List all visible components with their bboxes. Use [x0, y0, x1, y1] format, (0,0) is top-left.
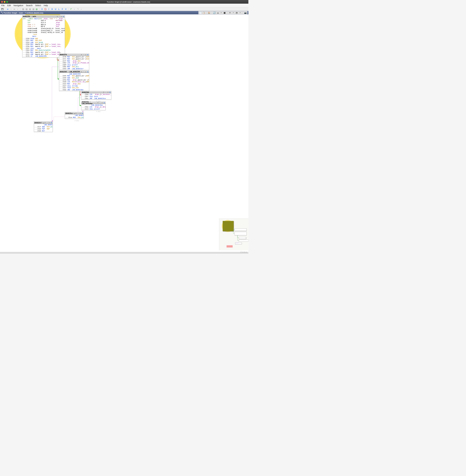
- full-icon[interactable]: ▣: [87, 54, 89, 55]
- graph-block-b1[interactable]: 00401550 - main ✎ ▾ ▭ ▣ int __cdecl main…: [23, 15, 65, 58]
- close-button[interactable]: [1, 1, 3, 3]
- win-icon[interactable]: ▭: [48, 122, 50, 123]
- dd-icon[interactable]: ▾: [99, 102, 101, 104]
- edge-label: If / Else: [75, 120, 79, 121]
- save-icon[interactable]: 💾: [1, 8, 4, 11]
- down-arrow-icon[interactable]: ⬇: [40, 8, 43, 11]
- doc2-icon[interactable]: ▤: [25, 8, 28, 11]
- svg-rect-1: [2, 13, 3, 13]
- edit-icon[interactable]: ✎: [75, 113, 77, 114]
- menu-edit[interactable]: Edit: [7, 4, 11, 7]
- graph-block-b2[interactable]: 00401578 ✎ ▾ ▭ ▣ ...1578 MOV RAX,qword p…: [59, 54, 89, 70]
- menu-select[interactable]: Select: [35, 4, 41, 7]
- redo-dropdown-icon[interactable]: ▾: [80, 8, 83, 11]
- block-body: ...15b0 LEA _Argc,[s_Success!_0040404b].…: [82, 93, 111, 99]
- graph-block-b6[interactable]: 004015ca -… ✎ ▾ ▭ ▣ LAB_004015ca...15ca …: [65, 112, 84, 119]
- titlebar: Function Graph [CodeBrowser: crackmes:/b…: [0, 0, 248, 4]
- menu-search[interactable]: Search: [26, 4, 33, 7]
- full-icon[interactable]: ▣: [103, 102, 105, 104]
- win-icon[interactable]: ▭: [85, 71, 86, 72]
- nested-icon[interactable]: ▦: [223, 12, 226, 14]
- layout-dd-icon[interactable]: ▾: [220, 12, 223, 14]
- edit-icon[interactable]: ✎: [103, 91, 105, 93]
- refresh-icon[interactable]: 🔄: [213, 12, 216, 14]
- doc3-icon[interactable]: ▤: [29, 8, 31, 11]
- full-icon[interactable]: ▣: [50, 122, 52, 123]
- back-dropdown-icon[interactable]: ▾: [10, 8, 12, 11]
- dd-icon[interactable]: ▾: [83, 71, 84, 72]
- block-header[interactable]: 004015cf -… ✎ ▾ ▭ ▣: [34, 122, 53, 124]
- full-icon[interactable]: ▣: [87, 71, 89, 72]
- full-icon[interactable]: ▣: [63, 16, 64, 17]
- graph-block-b7[interactable]: 004015cf -… ✎ ▾ ▭ ▣ LAB_004015cf...15cf …: [34, 121, 53, 132]
- undo-icon[interactable]: ↶: [70, 8, 72, 11]
- full-icon[interactable]: ▣: [109, 91, 111, 93]
- win-icon[interactable]: ▭: [79, 113, 81, 114]
- panel-header: Function Graph - main - 7 vertices (basi…: [0, 11, 248, 14]
- graph-block-b4[interactable]: 004015b0 ✎ ▾ ▭ ▣ ...15b0 LEA _Argc,[s_Su…: [82, 91, 112, 100]
- copy-icon[interactable]: 📄: [199, 12, 202, 14]
- tool1-icon[interactable]: ✧: [228, 12, 231, 14]
- win-icon[interactable]: ▭: [61, 16, 62, 17]
- doc4-icon[interactable]: ▤: [32, 8, 35, 11]
- doc5-icon[interactable]: ▤: [35, 8, 38, 11]
- doc1-icon[interactable]: ▤: [22, 8, 24, 11]
- block-body: LAB_00401595...1595 MOV RAX,qword ptr [R…: [59, 73, 89, 91]
- block-body: LAB_004015be...15be LEA _Argc,[s_Wrong_p…: [82, 104, 106, 110]
- letter-f-icon[interactable]: F: [61, 8, 64, 11]
- win-icon[interactable]: ▭: [107, 91, 109, 93]
- minimize-button[interactable]: [4, 1, 5, 3]
- win-icon[interactable]: ▭: [85, 54, 86, 55]
- graph-block-b3[interactable]: 00401595 - LAB_00401595 ✎ ▾ ▭ ▣ LAB_0040…: [59, 71, 89, 91]
- letter-d-icon[interactable]: D: [51, 8, 54, 11]
- undo-dropdown-icon[interactable]: ▾: [73, 8, 76, 11]
- menu-navigation[interactable]: Navigation: [13, 4, 23, 7]
- letter-v-icon[interactable]: V: [64, 8, 67, 11]
- edge-label: If / Else: [96, 111, 101, 112]
- redo-icon[interactable]: ↷: [77, 8, 79, 11]
- menu-file[interactable]: File: [1, 4, 5, 7]
- menu-help[interactable]: Help: [44, 4, 48, 7]
- dd-icon[interactable]: ▾: [47, 122, 48, 123]
- edit-icon[interactable]: ✎: [81, 54, 82, 55]
- svg-rect-0: [1, 12, 2, 12]
- block-header[interactable]: 004015b0 ✎ ▾ ▭ ▣: [82, 91, 111, 93]
- dd-icon[interactable]: ▾: [58, 16, 60, 17]
- tool1-dd-icon[interactable]: ▾: [232, 12, 235, 14]
- forward-icon[interactable]: ➡: [13, 8, 16, 11]
- back-icon[interactable]: ⬅: [6, 8, 9, 11]
- block-header[interactable]: 004015ca -… ✎ ▾ ▭ ▣: [65, 112, 84, 115]
- graph-block-b5[interactable]: 004015be - LAB_004015be ✎ ▾ ▭ ▣ LAB_0040…: [82, 102, 106, 110]
- stop-icon[interactable]: 🚫: [44, 8, 47, 11]
- block-header[interactable]: 00401578 ✎ ▾ ▭ ▣: [59, 54, 89, 56]
- maximize-button[interactable]: [6, 1, 8, 3]
- dd-icon[interactable]: ▾: [77, 113, 79, 114]
- menu-bar: File Edit Navigation Search Select Help: [0, 4, 248, 7]
- minimap-viewport[interactable]: [223, 221, 234, 231]
- layout-icon[interactable]: ⚏: [217, 12, 219, 14]
- edit-icon[interactable]: ✎: [44, 122, 46, 123]
- letter-l-icon[interactable]: L: [58, 8, 60, 11]
- home-icon[interactable]: 🏠: [208, 12, 210, 14]
- win-icon[interactable]: ▭: [101, 102, 103, 104]
- block-body: ...1578 MOV RAX,qword ptr [RBP + local….…: [59, 56, 89, 70]
- block-header[interactable]: 00401595 - LAB_00401595 ✎ ▾ ▭ ▣: [59, 71, 89, 73]
- edit-icon[interactable]: ✎: [97, 102, 99, 104]
- tool2-icon[interactable]: ◔: [235, 12, 238, 14]
- block-header[interactable]: 004015be - LAB_004015be ✎ ▾ ▭ ▣: [82, 102, 106, 104]
- graph-canvas[interactable]: 00401550 - main ✎ ▾ ▭ ▣ int __cdecl main…: [0, 14, 248, 252]
- forward-dropdown-icon[interactable]: ▾: [16, 8, 19, 11]
- block-header[interactable]: 00401550 - main ✎ ▾ ▭ ▣: [23, 15, 65, 18]
- letter-u-icon[interactable]: U: [54, 8, 57, 11]
- edit-icon[interactable]: ✎: [57, 16, 58, 17]
- svg-line-2: [2, 12, 2, 13]
- camera-icon[interactable]: 📷: [244, 12, 247, 14]
- paste-icon[interactable]: 📋: [203, 12, 205, 14]
- dd-icon[interactable]: ▾: [83, 54, 84, 55]
- full-icon[interactable]: ▣: [82, 113, 83, 114]
- letter-i-icon[interactable]: I: [47, 8, 50, 11]
- tool2-dd-icon[interactable]: ▾: [239, 12, 242, 14]
- edit-icon[interactable]: ✎: [81, 71, 82, 72]
- minimap[interactable]: [219, 219, 248, 250]
- dd-icon[interactable]: ▾: [105, 91, 106, 93]
